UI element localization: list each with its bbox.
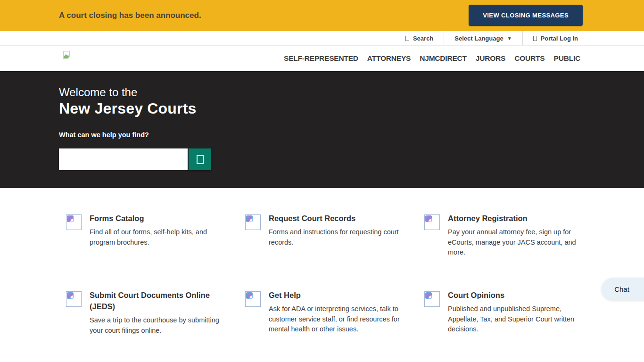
language-label: Select Language <box>454 35 503 42</box>
nav-item-njmcdirect[interactable]: NJMCDIRECT <box>420 54 467 63</box>
hero-search-input[interactable] <box>59 148 188 170</box>
hero-search-bar <box>59 148 211 170</box>
card-description: Published and unpublished Supreme, Appel… <box>448 304 579 335</box>
hero-eyebrow: Welcome to the <box>59 86 137 99</box>
chat-button[interactable]: Chat <box>602 278 644 300</box>
portal-login-link[interactable]: Portal Log In <box>523 31 578 45</box>
nav-item-self-represented[interactable]: SELF-REPRESENTED <box>284 54 358 63</box>
card-title: Submit Court Documents Online (JEDS) <box>90 289 221 312</box>
portal-login-icon <box>533 36 537 41</box>
card-attorney-registration[interactable]: Attorney Registration Pay your annual at… <box>424 214 585 258</box>
language-selector[interactable]: Select Language ▼ <box>444 31 522 45</box>
card-title: Court Opinions <box>448 289 579 301</box>
card-text: Forms Catalog Find all of our forms, sel… <box>90 214 221 247</box>
card-title: Forms Catalog <box>90 213 221 224</box>
card-court-opinions[interactable]: Court Opinions Published and unpublished… <box>424 291 585 336</box>
chevron-down-icon: ▼ <box>507 36 512 41</box>
search-icon <box>197 155 204 164</box>
broken-image-icon <box>245 214 261 230</box>
card-text: Court Opinions Published and unpublished… <box>448 291 579 335</box>
card-title: Attorney Registration <box>448 213 579 224</box>
quick-links-section: Forms Catalog Find all of our forms, sel… <box>0 188 644 362</box>
search-prompt: What can we help you find? <box>59 131 149 139</box>
hero-section: Welcome to the New Jersey Courts What ca… <box>0 71 644 188</box>
card-title: Get Help <box>269 289 400 301</box>
card-submit-documents-jeds[interactable]: Submit Court Documents Online (JEDS) Sav… <box>66 291 245 336</box>
search-menu-item[interactable]: Search <box>395 31 444 45</box>
view-closing-messages-button[interactable]: VIEW CLOSING MESSAGES <box>469 5 583 26</box>
site-logo-broken-image-icon[interactable] <box>62 50 72 60</box>
utility-bar: Search Select Language ▼ Portal Log In <box>0 31 644 46</box>
card-description: Save a trip to the courthouse by submitt… <box>90 315 221 336</box>
page-title: New Jersey Courts <box>59 100 197 117</box>
card-description: Find all of our forms, self-help kits, a… <box>90 227 221 247</box>
card-text: Submit Court Documents Online (JEDS) Sav… <box>90 291 221 336</box>
alert-message: A court closing has been announced. <box>59 11 201 20</box>
nav-item-public[interactable]: PUBLIC <box>554 54 581 63</box>
card-description: Pay your annual attorney fee, sign up fo… <box>448 227 579 258</box>
nav-links: SELF-REPRESENTED ATTORNEYS NJMCDIRECT JU… <box>284 46 580 71</box>
card-description: Ask for ADA or interpreting services, ta… <box>269 304 400 335</box>
alert-banner: A court closing has been announced. VIEW… <box>0 0 644 31</box>
card-get-help[interactable]: Get Help Ask for ADA or interpreting ser… <box>245 291 424 336</box>
broken-image-icon <box>424 214 440 230</box>
card-text: Request Court Records Forms and instruct… <box>269 214 400 247</box>
card-title: Request Court Records <box>269 213 400 224</box>
nj-courts-homepage: A court closing has been announced. VIEW… <box>0 0 644 362</box>
hero-search-button[interactable] <box>189 148 211 170</box>
card-request-court-records[interactable]: Request Court Records Forms and instruct… <box>245 214 424 258</box>
broken-image-icon <box>66 214 82 230</box>
card-forms-catalog[interactable]: Forms Catalog Find all of our forms, sel… <box>66 214 245 258</box>
card-text: Get Help Ask for ADA or interpreting ser… <box>269 291 400 335</box>
card-description: Forms and instructions for requesting co… <box>269 227 400 247</box>
search-icon <box>405 36 409 41</box>
card-row-2: Submit Court Documents Online (JEDS) Sav… <box>66 291 585 336</box>
search-label: Search <box>413 35 433 42</box>
nav-item-jurors[interactable]: JURORS <box>476 54 505 63</box>
main-navigation: SELF-REPRESENTED ATTORNEYS NJMCDIRECT JU… <box>0 46 644 71</box>
chat-label: Chat <box>614 285 629 293</box>
nav-item-courts[interactable]: COURTS <box>514 54 545 63</box>
broken-image-icon <box>245 291 261 307</box>
portal-login-label: Portal Log In <box>541 35 578 42</box>
card-text: Attorney Registration Pay your annual at… <box>448 214 579 258</box>
broken-image-icon <box>424 291 440 307</box>
broken-image-icon <box>66 291 82 307</box>
nav-item-attorneys[interactable]: ATTORNEYS <box>367 54 411 63</box>
card-row-1: Forms Catalog Find all of our forms, sel… <box>66 214 585 258</box>
